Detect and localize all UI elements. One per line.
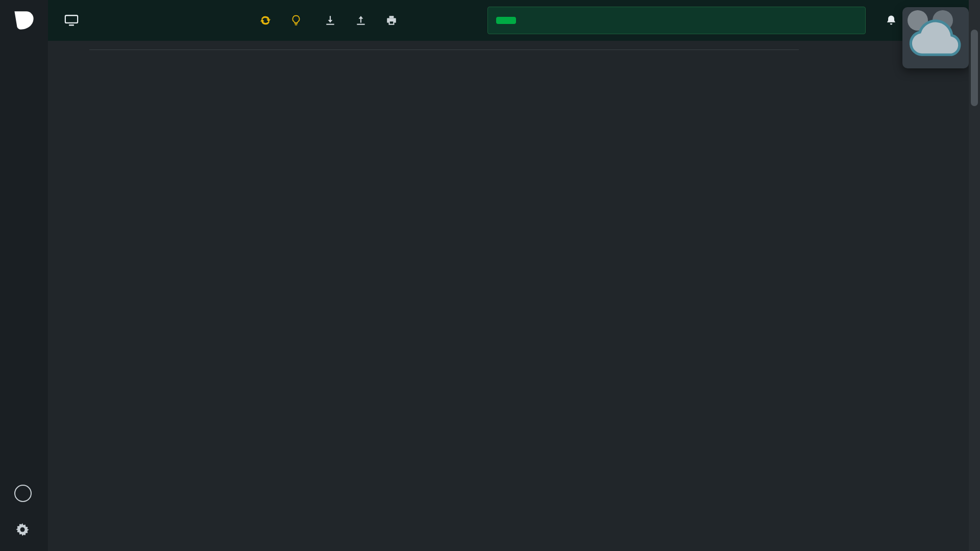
timezone-dropdown[interactable] xyxy=(411,0,416,41)
upload-icon xyxy=(355,15,366,26)
swap-chart-plot[interactable] xyxy=(89,227,799,340)
notifications-bell-icon[interactable] xyxy=(885,14,897,27)
lightbulb-icon xyxy=(290,15,302,26)
header-bar xyxy=(48,0,980,41)
node-selector[interactable] xyxy=(64,0,85,41)
time-control-panel xyxy=(487,7,866,34)
import-button[interactable] xyxy=(322,12,339,29)
print-icon xyxy=(386,15,397,26)
left-rail xyxy=(0,0,48,551)
netdata-logo-icon xyxy=(12,9,36,32)
download-icon xyxy=(325,15,336,26)
date-range-picker[interactable] xyxy=(828,16,857,25)
memory-chart-baseline xyxy=(89,49,799,50)
network-chart-plot[interactable] xyxy=(89,531,799,551)
cloud-icon xyxy=(906,18,965,57)
node-icon xyxy=(64,15,79,26)
netdata-dashboard: { "glyphs": { "expand_chevron": "›", "he… xyxy=(0,0,980,551)
settings-gear-icon[interactable] xyxy=(15,522,30,537)
tips-button[interactable] xyxy=(287,12,305,29)
refresh-button[interactable] xyxy=(257,12,274,29)
sections-menu xyxy=(813,41,969,551)
export-button[interactable] xyxy=(352,12,370,29)
help-button[interactable] xyxy=(14,485,32,502)
memory-chart-buffers-band[interactable] xyxy=(89,45,799,49)
main-content xyxy=(48,41,813,551)
playing-button[interactable] xyxy=(496,17,516,24)
swap-x-axis xyxy=(89,343,799,352)
scrollbar-thumb[interactable] xyxy=(971,30,978,106)
memory-x-axis xyxy=(89,51,799,60)
refresh-icon xyxy=(260,15,271,26)
swap-y-axis xyxy=(48,227,85,340)
memory-chart-cached-band[interactable] xyxy=(89,41,799,45)
print-button[interactable] xyxy=(383,12,400,29)
page-scrollbar[interactable] xyxy=(969,0,980,551)
